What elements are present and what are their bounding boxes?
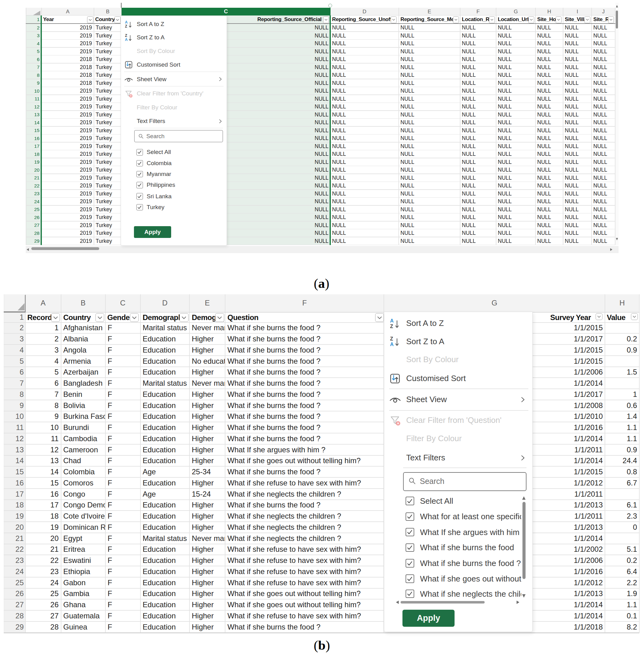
svg-text:Z: Z (125, 34, 127, 38)
svg-text:A: A (125, 38, 128, 41)
svg-text:Z: Z (125, 24, 127, 28)
svg-text:Z: Z (390, 336, 393, 341)
svg-text:A: A (390, 342, 394, 346)
svg-text:A: A (390, 318, 394, 323)
svg-text:Z: Z (390, 324, 393, 329)
svg-text:A: A (125, 20, 128, 24)
